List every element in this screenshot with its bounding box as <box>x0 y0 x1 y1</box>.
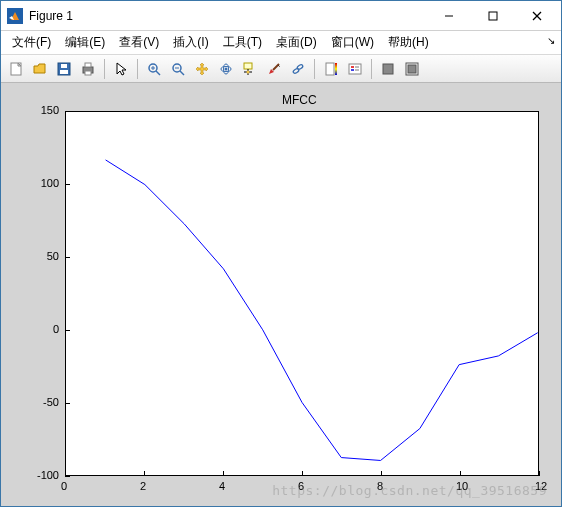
svg-line-13 <box>156 71 160 75</box>
menubar: 文件(F) 编辑(E) 查看(V) 插入(I) 工具(T) 桌面(D) 窗口(W… <box>1 31 561 55</box>
svg-point-28 <box>297 63 304 69</box>
line-plot <box>66 112 538 475</box>
toolbar-separator <box>104 59 105 79</box>
brush-button[interactable] <box>263 58 285 80</box>
chart-title: MFCC <box>282 93 317 107</box>
toolbar-separator <box>314 59 315 79</box>
svg-rect-8 <box>61 64 67 68</box>
data-cursor-button[interactable] <box>239 58 261 80</box>
x-tick-label: 6 <box>298 480 304 492</box>
svg-line-17 <box>180 71 184 75</box>
svg-rect-2 <box>489 12 497 20</box>
zoom-out-button[interactable] <box>167 58 189 80</box>
x-tick-label: 0 <box>61 480 67 492</box>
y-tick-label: 150 <box>19 104 59 116</box>
x-tick-label: 12 <box>535 480 547 492</box>
menu-desktop[interactable]: 桌面(D) <box>269 31 324 54</box>
svg-rect-10 <box>85 63 91 67</box>
minimize-button[interactable] <box>427 2 471 30</box>
menu-edit[interactable]: 编辑(E) <box>58 31 112 54</box>
x-tick-label: 8 <box>377 480 383 492</box>
x-tick-label: 4 <box>219 480 225 492</box>
titlebar: Figure 1 <box>1 1 561 31</box>
link-plot-button[interactable] <box>287 58 309 80</box>
toolbar-separator <box>371 59 372 79</box>
y-tick-label: -100 <box>19 469 59 481</box>
menu-tools[interactable]: 工具(T) <box>216 31 269 54</box>
insert-legend-button[interactable] <box>344 58 366 80</box>
x-tick-label: 2 <box>140 480 146 492</box>
watermark-text: https://blog.csdn.net/qq_39516859 <box>272 483 547 498</box>
menu-window[interactable]: 窗口(W) <box>324 31 381 54</box>
svg-rect-30 <box>335 63 337 75</box>
svg-point-25 <box>247 70 250 73</box>
y-tick-label: 100 <box>19 177 59 189</box>
toolbar-separator <box>137 59 138 79</box>
open-file-button[interactable] <box>29 58 51 80</box>
hide-tools-button[interactable] <box>377 58 399 80</box>
figure-window: Figure 1 文件(F) 编辑(E) 查看(V) 插入(I) 工具(T) 桌… <box>0 0 562 507</box>
menubar-overflow-icon[interactable]: ↘ <box>547 35 555 46</box>
y-tick-label: -50 <box>19 396 59 408</box>
new-figure-button[interactable] <box>5 58 27 80</box>
dock-figure-button[interactable] <box>401 58 423 80</box>
toolbar <box>1 55 561 83</box>
menu-insert[interactable]: 插入(I) <box>166 31 215 54</box>
maximize-button[interactable] <box>471 2 515 30</box>
svg-rect-38 <box>408 65 416 73</box>
svg-rect-29 <box>326 63 334 75</box>
pointer-button[interactable] <box>110 58 132 80</box>
axes[interactable] <box>65 111 539 476</box>
insert-colorbar-button[interactable] <box>320 58 342 80</box>
plot-area: MFCC 024681012-100-50050100150 https://b… <box>1 83 561 506</box>
window-title: Figure 1 <box>29 9 73 23</box>
menu-file[interactable]: 文件(F) <box>5 31 58 54</box>
pan-button[interactable] <box>191 58 213 80</box>
print-button[interactable] <box>77 58 99 80</box>
save-button[interactable] <box>53 58 75 80</box>
svg-rect-22 <box>244 63 252 69</box>
y-tick-label: 0 <box>19 323 59 335</box>
svg-rect-11 <box>85 71 91 75</box>
menu-help[interactable]: 帮助(H) <box>381 31 436 54</box>
svg-rect-7 <box>60 70 68 74</box>
zoom-in-button[interactable] <box>143 58 165 80</box>
close-button[interactable] <box>515 2 559 30</box>
menu-view[interactable]: 查看(V) <box>112 31 166 54</box>
matlab-icon <box>7 8 23 24</box>
y-tick-label: 50 <box>19 250 59 262</box>
rotate-3d-button[interactable] <box>215 58 237 80</box>
svg-rect-31 <box>349 64 361 74</box>
svg-point-21 <box>225 67 228 70</box>
svg-rect-36 <box>383 64 393 74</box>
x-tick-label: 10 <box>456 480 468 492</box>
